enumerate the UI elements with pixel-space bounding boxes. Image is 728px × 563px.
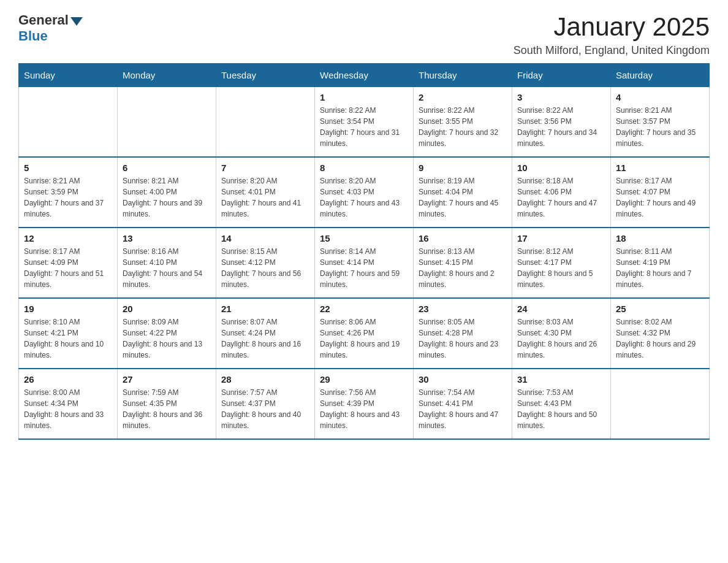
calendar-cell: 30Sunrise: 7:54 AMSunset: 4:41 PMDayligh… [414, 369, 512, 439]
cell-day-number: 9 [419, 163, 507, 173]
calendar-cell: 21Sunrise: 8:07 AMSunset: 4:24 PMDayligh… [216, 298, 315, 369]
calendar-cell: 11Sunrise: 8:17 AMSunset: 4:07 PMDayligh… [611, 157, 710, 228]
cell-day-number: 14 [221, 233, 309, 243]
calendar-cell: 3Sunrise: 8:22 AMSunset: 3:56 PMDaylight… [512, 87, 611, 158]
cell-sun-info: Sunrise: 7:54 AMSunset: 4:41 PMDaylight:… [419, 387, 507, 431]
calendar-week-row: 19Sunrise: 8:10 AMSunset: 4:21 PMDayligh… [19, 298, 710, 369]
cell-day-number: 27 [123, 374, 211, 385]
cell-sun-info: Sunrise: 8:20 AMSunset: 4:03 PMDaylight:… [320, 175, 408, 220]
calendar-week-row: 12Sunrise: 8:17 AMSunset: 4:09 PMDayligh… [19, 228, 710, 298]
cell-sun-info: Sunrise: 8:18 AMSunset: 4:06 PMDaylight:… [517, 175, 605, 220]
cell-day-number: 8 [320, 163, 408, 173]
calendar-week-row: 26Sunrise: 8:00 AMSunset: 4:34 PMDayligh… [19, 369, 710, 439]
calendar-week-row: 5Sunrise: 8:21 AMSunset: 3:59 PMDaylight… [19, 157, 710, 228]
day-of-week-header: Tuesday [216, 64, 315, 87]
cell-sun-info: Sunrise: 8:17 AMSunset: 4:09 PMDaylight:… [24, 246, 112, 290]
cell-sun-info: Sunrise: 8:22 AMSunset: 3:54 PMDaylight:… [320, 105, 408, 149]
cell-sun-info: Sunrise: 7:53 AMSunset: 4:43 PMDaylight:… [517, 387, 605, 431]
calendar-cell: 20Sunrise: 8:09 AMSunset: 4:22 PMDayligh… [118, 298, 216, 369]
cell-day-number: 17 [517, 233, 605, 243]
calendar-cell: 2Sunrise: 8:22 AMSunset: 3:55 PMDaylight… [414, 87, 512, 158]
day-of-week-header: Monday [118, 64, 216, 87]
calendar-cell: 26Sunrise: 8:00 AMSunset: 4:34 PMDayligh… [19, 369, 118, 439]
cell-day-number: 16 [419, 233, 507, 243]
calendar-cell: 19Sunrise: 8:10 AMSunset: 4:21 PMDayligh… [19, 298, 118, 369]
cell-sun-info: Sunrise: 7:59 AMSunset: 4:35 PMDaylight:… [123, 387, 211, 431]
cell-sun-info: Sunrise: 8:16 AMSunset: 4:10 PMDaylight:… [123, 246, 211, 290]
cell-day-number: 30 [419, 374, 507, 385]
calendar-cell [611, 369, 710, 439]
calendar-cell: 27Sunrise: 7:59 AMSunset: 4:35 PMDayligh… [118, 369, 216, 439]
cell-day-number: 4 [616, 92, 704, 102]
cell-sun-info: Sunrise: 8:21 AMSunset: 3:57 PMDaylight:… [616, 105, 704, 149]
cell-sun-info: Sunrise: 8:12 AMSunset: 4:17 PMDaylight:… [517, 246, 605, 290]
cell-day-number: 31 [517, 374, 605, 385]
cell-day-number: 1 [320, 92, 408, 102]
calendar-cell: 15Sunrise: 8:14 AMSunset: 4:14 PMDayligh… [315, 228, 414, 298]
location-subtitle: South Milford, England, United Kingdom [514, 44, 710, 57]
cell-day-number: 13 [123, 233, 211, 243]
logo: General Blue [18, 12, 83, 44]
calendar-cell: 31Sunrise: 7:53 AMSunset: 4:43 PMDayligh… [512, 369, 611, 439]
cell-sun-info: Sunrise: 8:13 AMSunset: 4:15 PMDaylight:… [419, 246, 507, 290]
day-of-week-header: Thursday [414, 64, 512, 87]
cell-sun-info: Sunrise: 8:19 AMSunset: 4:04 PMDaylight:… [419, 175, 507, 220]
title-block: January 2025 South Milford, England, Uni… [514, 12, 710, 57]
calendar-cell: 6Sunrise: 8:21 AMSunset: 4:00 PMDaylight… [118, 157, 216, 228]
cell-sun-info: Sunrise: 8:06 AMSunset: 4:26 PMDaylight:… [320, 316, 408, 361]
cell-day-number: 29 [320, 374, 408, 385]
calendar-cell: 25Sunrise: 8:02 AMSunset: 4:32 PMDayligh… [611, 298, 710, 369]
cell-sun-info: Sunrise: 7:57 AMSunset: 4:37 PMDaylight:… [221, 387, 309, 431]
cell-day-number: 19 [24, 304, 112, 314]
logo-general-text: General [18, 12, 69, 28]
day-of-week-header: Saturday [611, 64, 710, 87]
cell-day-number: 10 [517, 163, 605, 173]
calendar-cell: 5Sunrise: 8:21 AMSunset: 3:59 PMDaylight… [19, 157, 118, 228]
calendar-cell: 8Sunrise: 8:20 AMSunset: 4:03 PMDaylight… [315, 157, 414, 228]
calendar-cell: 7Sunrise: 8:20 AMSunset: 4:01 PMDaylight… [216, 157, 315, 228]
cell-day-number: 26 [24, 374, 112, 385]
cell-day-number: 18 [616, 233, 704, 243]
cell-day-number: 11 [616, 163, 704, 173]
cell-day-number: 12 [24, 233, 112, 243]
calendar-cell [216, 87, 315, 158]
calendar-cell: 16Sunrise: 8:13 AMSunset: 4:15 PMDayligh… [414, 228, 512, 298]
calendar-cell: 14Sunrise: 8:15 AMSunset: 4:12 PMDayligh… [216, 228, 315, 298]
cell-sun-info: Sunrise: 8:22 AMSunset: 3:56 PMDaylight:… [517, 105, 605, 149]
logo-blue-text: Blue [18, 28, 48, 44]
cell-day-number: 6 [123, 163, 211, 173]
cell-day-number: 23 [419, 304, 507, 314]
calendar-cell: 29Sunrise: 7:56 AMSunset: 4:39 PMDayligh… [315, 369, 414, 439]
cell-sun-info: Sunrise: 8:21 AMSunset: 4:00 PMDaylight:… [123, 175, 211, 220]
cell-sun-info: Sunrise: 8:22 AMSunset: 3:55 PMDaylight:… [419, 105, 507, 149]
calendar-cell: 12Sunrise: 8:17 AMSunset: 4:09 PMDayligh… [19, 228, 118, 298]
calendar-header: SundayMondayTuesdayWednesdayThursdayFrid… [19, 64, 710, 87]
cell-sun-info: Sunrise: 8:03 AMSunset: 4:30 PMDaylight:… [517, 316, 605, 361]
calendar-cell: 23Sunrise: 8:05 AMSunset: 4:28 PMDayligh… [414, 298, 512, 369]
logo-arrow-icon [70, 17, 83, 26]
day-of-week-header: Friday [512, 64, 611, 87]
page-header: General Blue January 2025 South Milford,… [18, 12, 710, 57]
calendar-cell: 9Sunrise: 8:19 AMSunset: 4:04 PMDaylight… [414, 157, 512, 228]
calendar-table: SundayMondayTuesdayWednesdayThursdayFrid… [18, 63, 710, 440]
cell-sun-info: Sunrise: 8:05 AMSunset: 4:28 PMDaylight:… [419, 316, 507, 361]
calendar-cell: 17Sunrise: 8:12 AMSunset: 4:17 PMDayligh… [512, 228, 611, 298]
calendar-cell [19, 87, 118, 158]
calendar-cell: 10Sunrise: 8:18 AMSunset: 4:06 PMDayligh… [512, 157, 611, 228]
cell-day-number: 15 [320, 233, 408, 243]
cell-day-number: 7 [221, 163, 309, 173]
calendar-cell: 13Sunrise: 8:16 AMSunset: 4:10 PMDayligh… [118, 228, 216, 298]
cell-sun-info: Sunrise: 8:20 AMSunset: 4:01 PMDaylight:… [221, 175, 309, 220]
cell-day-number: 22 [320, 304, 408, 314]
cell-sun-info: Sunrise: 8:09 AMSunset: 4:22 PMDaylight:… [123, 316, 211, 361]
cell-sun-info: Sunrise: 8:02 AMSunset: 4:32 PMDaylight:… [616, 316, 704, 361]
calendar-cell: 4Sunrise: 8:21 AMSunset: 3:57 PMDaylight… [611, 87, 710, 158]
header-row: SundayMondayTuesdayWednesdayThursdayFrid… [19, 64, 710, 87]
calendar-body: 1Sunrise: 8:22 AMSunset: 3:54 PMDaylight… [19, 87, 710, 440]
cell-sun-info: Sunrise: 8:07 AMSunset: 4:24 PMDaylight:… [221, 316, 309, 361]
calendar-cell: 1Sunrise: 8:22 AMSunset: 3:54 PMDaylight… [315, 87, 414, 158]
calendar-cell: 24Sunrise: 8:03 AMSunset: 4:30 PMDayligh… [512, 298, 611, 369]
month-year-title: January 2025 [514, 12, 710, 42]
logo-general: General [18, 12, 83, 28]
cell-sun-info: Sunrise: 7:56 AMSunset: 4:39 PMDaylight:… [320, 387, 408, 431]
